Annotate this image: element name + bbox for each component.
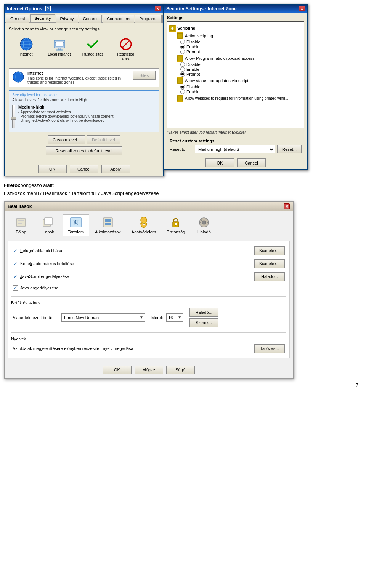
svg-rect-18 — [177, 33, 183, 38]
ss-clipboard: Allow Programmatic clipboard access — [177, 55, 302, 62]
ff-tool-lapok[interactable]: Lapok — [35, 214, 62, 236]
radio-prompt-1[interactable]: Prompt — [180, 50, 302, 54]
zone-restricted[interactable]: Restrictedsites — [111, 37, 140, 61]
ff-row-java: Java engedélyezése — [11, 283, 286, 292]
ss-reset-box: Reset custom settings Reset to: Medium-h… — [167, 136, 304, 156]
lapok-label: Lapok — [43, 230, 54, 234]
ss-ok-button[interactable]: OK — [205, 158, 234, 167]
ff-tool-haladó[interactable]: Haladó — [191, 214, 217, 236]
radio-enable-3[interactable]: Enable — [180, 89, 302, 94]
default-level-button[interactable]: Default level — [87, 135, 120, 144]
zone-intranet-label: Local intranet — [48, 52, 71, 56]
tartalom-label: Tartalom — [68, 230, 84, 234]
io-cancel-button[interactable]: Cancel — [70, 165, 98, 173]
felugo-checkbox[interactable] — [13, 248, 18, 253]
ff-haladó-button[interactable]: Haladó... — [189, 308, 218, 317]
ss-statusbar: Allow status bar updates via script — [177, 77, 302, 84]
ff-tool-folap[interactable]: Főlap — [8, 214, 34, 236]
ss-reset-title: Reset custom settings — [170, 139, 302, 143]
java-checkbox[interactable] — [13, 285, 18, 291]
security-item-1: - Appropriate for most websites — [18, 110, 114, 114]
ss-reset-button[interactable]: Reset... — [277, 145, 302, 153]
zone-intranet[interactable]: Local intranet — [45, 37, 74, 61]
ff-tool-alkalmazasok[interactable]: Alkalmazások — [90, 214, 126, 236]
radio-disable-3[interactable]: Disable — [180, 85, 302, 89]
io-apply-button[interactable]: Apply — [101, 165, 130, 173]
info-text: Internet This zone is for Internet websi… — [27, 71, 130, 85]
security-level-label: Medium-high — [18, 105, 114, 109]
javascript-haladó-button[interactable]: Haladó... — [254, 272, 285, 281]
active-scripting-icon — [177, 32, 183, 39]
felugo-kivételek-button[interactable]: Kivételek... — [254, 246, 285, 255]
tab-content[interactable]: Content — [79, 15, 102, 23]
ss-ok-bar: OK Cancel — [167, 158, 304, 167]
radio-disable-btn-3[interactable] — [180, 85, 185, 89]
ss-cancel-button[interactable]: Cancel — [237, 158, 266, 167]
ff-tool-adatvédelem[interactable]: 😷 Adatvédelem — [127, 214, 161, 236]
io-ok-button[interactable]: OK — [38, 165, 67, 173]
reset-all-button[interactable]: Reset all zones to default level — [46, 146, 122, 155]
radio-enable-btn-2[interactable] — [180, 67, 185, 72]
ff-megse-button[interactable]: Mégse — [135, 366, 163, 374]
tab-bar: General Security Privacy Content Connect… — [5, 13, 163, 22]
alkalmazasok-icon — [102, 216, 114, 228]
tab-security[interactable]: Security — [30, 14, 55, 22]
radio-prompt-btn-1[interactable] — [180, 50, 185, 54]
radio-disable-1[interactable]: Disable — [180, 40, 302, 44]
security-allowed: Allowed levels for this zone: Medium to … — [12, 98, 156, 102]
ff-szinek-button[interactable]: Színek... — [189, 318, 218, 327]
ff-row-kepek: Képek automatikus betöltése Kivételek... — [11, 257, 286, 270]
zone-trusted[interactable]: Trusted sites — [78, 37, 107, 61]
ff-font-dropdown[interactable]: Times New Roman ▼ — [61, 313, 145, 322]
svg-text:⚙: ⚙ — [171, 27, 174, 30]
close-button[interactable]: ✕ — [155, 6, 161, 11]
tartalom-icon: 页 — [70, 216, 82, 228]
statusbar-icon — [177, 77, 183, 84]
radio-prompt-label-1: Prompt — [186, 50, 200, 54]
svg-point-41 — [202, 220, 206, 224]
ff-tallozas-button[interactable]: Tallózás... — [254, 344, 285, 353]
folap-icon — [15, 216, 27, 228]
radio-disable-btn-1[interactable] — [180, 40, 185, 44]
radio-prompt-2[interactable]: Prompt — [180, 72, 302, 77]
svg-rect-43 — [204, 225, 204, 227]
radio-enable-1[interactable]: Enable — [180, 45, 302, 49]
ff-tool-biztonság[interactable]: Biztonság — [162, 214, 190, 236]
javascript-checkbox[interactable] — [13, 274, 18, 279]
svg-text:页: 页 — [73, 219, 79, 225]
ff-sugo-button[interactable]: Súgó — [166, 366, 195, 374]
tab-privacy[interactable]: Privacy — [56, 15, 78, 23]
size-dropdown-arrow-icon: ▼ — [178, 315, 181, 320]
scripting-icon: ⚙ — [169, 25, 176, 32]
radio-disable-btn-2[interactable] — [180, 62, 185, 67]
radio-prompt-btn-2[interactable] — [180, 72, 185, 77]
haladó-icon — [198, 216, 210, 228]
ff-row-felugo: Felugró ablakok tiltása Kivételek... — [11, 244, 286, 257]
custom-level-button[interactable]: Custom level... — [48, 135, 85, 144]
radio-disable-2[interactable]: Disable — [180, 62, 302, 67]
kepek-checkbox[interactable] — [13, 261, 18, 266]
tab-connections[interactable]: Connections — [103, 15, 134, 23]
tab-general[interactable]: General — [6, 15, 29, 23]
security-level-box: Security level for this zone Allowed lev… — [9, 90, 159, 132]
radio-enable-label-2: Enable — [186, 67, 199, 72]
ss-reset-dropdown[interactable]: Medium-high (default) — [195, 145, 275, 153]
ss-list-box[interactable]: ⚙ Scripting Active scripting — [167, 21, 304, 128]
kepek-kivételek-button[interactable]: Kivételek... — [254, 259, 285, 268]
tab-programs[interactable]: Programs — [135, 15, 162, 23]
description-block: Firefoxböngésző alatt: Eszközök menü / B… — [4, 182, 362, 198]
ff-titlebar: Beállítások ✕ — [5, 202, 293, 211]
ss-close-button[interactable]: ✕ — [299, 6, 305, 11]
ff-size-dropdown[interactable]: 16 ▼ — [166, 313, 183, 322]
ff-ok-button[interactable]: OK — [103, 366, 132, 374]
ff-tool-tartalom[interactable]: 页 Tartalom — [63, 214, 89, 236]
more-label: Allow websites to request for informatio… — [185, 96, 288, 101]
svg-rect-7 — [58, 48, 61, 50]
description-rest: böngésző alatt: — [20, 182, 54, 188]
sites-button[interactable]: Sites — [133, 71, 156, 80]
radio-enable-btn-1[interactable] — [180, 45, 185, 49]
radio-enable-2[interactable]: Enable — [180, 67, 302, 72]
zone-internet[interactable]: Internet — [12, 37, 40, 61]
ff-close-button[interactable]: ✕ — [284, 203, 290, 209]
radio-enable-btn-3[interactable] — [180, 89, 185, 94]
